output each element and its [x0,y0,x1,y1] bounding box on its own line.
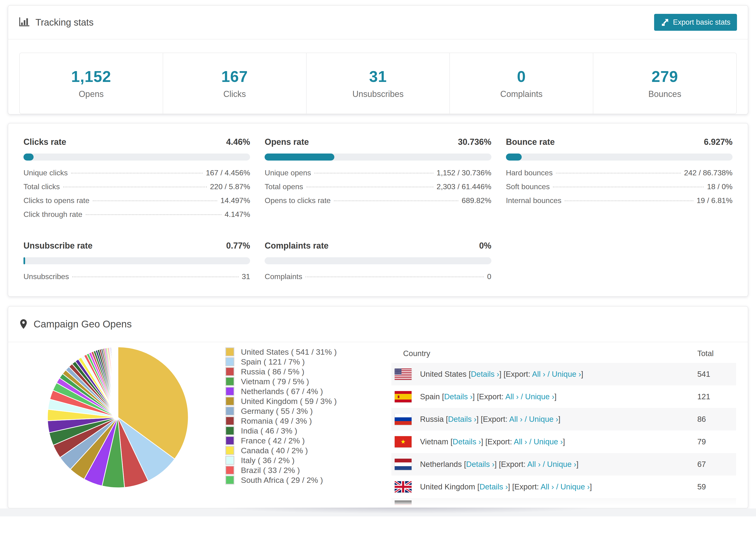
export-unique-link[interactable]: Unique › [529,415,558,423]
rate-row-value: 220 / 5.87% [210,183,250,191]
rate-row-label: Clicks to opens rate [24,196,89,205]
legend-item: Italy ( 36 / 2% ) [225,456,370,465]
export-all-link[interactable]: All › [541,482,554,491]
country-row: Russia [Details ›] [Export: All › / Uniq… [391,408,736,430]
legend-label: United Kingdom ( 59 / 3% ) [241,397,337,406]
country-total: 79 [697,437,736,446]
export-unique-link[interactable]: Unique › [534,437,563,446]
rate-block: Bounce rate 6.927% Hard bounces 242 / 86… [506,137,732,224]
details-link[interactable]: Details › [466,460,495,468]
punctuation: [Export: [485,437,512,446]
legend-swatch [225,416,234,425]
rate-row-value: 31 [242,272,250,281]
dotted-leader [71,173,203,174]
rates-card: Clicks rate 4.46% Unique clicks 167 / 4.… [8,123,748,297]
export-all-link[interactable]: All › [527,460,541,468]
export-all-link[interactable]: All › [532,370,545,378]
export-all-link[interactable]: All › [509,415,523,423]
legend-label: Germany ( 55 / 3% ) [241,406,313,416]
legend-item: Netherlands ( 67 / 4% ) [225,386,370,396]
rate-row-value: 242 / 86.738% [684,169,732,177]
rate-block: Unsubscribe rate 0.77% Unsubscribes 31 [24,241,250,286]
export-unique-link[interactable]: Unique › [547,460,576,468]
details-link[interactable]: Details › [444,392,473,401]
country-total: 59 [697,482,736,491]
geo-table-header: Country Total [391,344,736,363]
progress-bar-fill [506,153,522,161]
details-link[interactable]: Details › [479,482,508,491]
country-total: 121 [697,392,736,401]
rate-row: Hard bounces 242 / 86.738% [506,169,732,183]
legend-item: Vietnam ( 79 / 5% ) [225,377,370,386]
dotted-leader [72,277,239,277]
export-basic-stats-button[interactable]: Export basic stats [654,14,737,31]
country-name: United States [420,370,466,378]
summary-stat: 0 Complaints [450,53,593,114]
punctuation: ] [499,370,502,378]
rate-row-value: 18 / 0% [707,183,732,191]
country-flag-icon [395,436,411,447]
legend-item: Brazil ( 33 / 2% ) [225,465,370,475]
punctuation: ] [558,415,561,423]
export-all-link[interactable]: All › [514,437,527,446]
rate-block: Opens rate 30.736% Unique opens 1,152 / … [265,137,491,224]
rate-value: 0% [479,241,491,251]
country-cell: United Kingdom [Details ›] [Export: All … [411,482,697,491]
export-button-label: Export basic stats [673,18,730,27]
rate-title: Opens rate [265,137,309,147]
legend-label: Russia ( 86 / 5% ) [241,367,304,376]
dotted-leader [565,200,693,201]
country-row: United States [Details ›] [Export: All ›… [391,363,736,385]
legend-item: United Kingdom ( 59 / 3% ) [225,396,370,406]
stat-label: Complaints [500,89,543,99]
rate-title: Clicks rate [24,137,66,147]
rate-row: Internal bounces 19 / 6.81% [506,196,732,210]
dotted-leader [86,214,221,215]
legend-swatch [225,426,234,435]
tracking-stats-title-text: Tracking stats [35,17,93,28]
rate-block: Complaints rate 0% Complaints 0 [265,241,491,286]
punctuation: ] [476,415,478,423]
rate-row: Soft bounces 18 / 0% [506,183,732,196]
export-slash: / [543,460,545,468]
details-link[interactable]: Details › [453,437,481,446]
page-bottom-strip [0,509,756,516]
rate-title: Complaints rate [265,241,328,251]
legend-label: Vietnam ( 79 / 5% ) [241,377,309,386]
country-total: 86 [697,415,736,424]
dotted-leader [305,277,484,277]
export-slash: / [556,482,558,491]
legend-swatch [225,397,234,405]
export-all-link[interactable]: All › [505,392,519,401]
legend-swatch [225,466,234,475]
details-link[interactable]: Details › [471,370,499,378]
country-cell: United States [Details ›] [Export: All ›… [411,370,697,379]
rate-row: Unique opens 1,152 / 30.736% [265,169,491,183]
rate-row: Total clicks 220 / 5.87% [24,183,250,196]
progress-bar-fill [265,153,334,161]
export-slash: / [529,437,531,446]
stat-value: 167 [221,68,248,85]
dashboard-page: Tracking stats Export basic stats 1,152 … [0,0,756,509]
dotted-leader [314,173,433,174]
rate-row-value: 167 / 4.456% [206,169,250,177]
summary-stat: 1,152 Opens [20,53,163,114]
punctuation: ] [473,392,475,401]
rate-row-value: 4.147% [225,210,250,219]
stat-value: 1,152 [71,68,111,85]
rate-row: Complaints 0 [265,272,491,286]
stat-label: Opens [79,89,104,99]
details-link[interactable]: Details › [448,415,476,423]
legend-label: South Africa ( 29 / 2% ) [241,476,323,485]
legend-label: United States ( 541 / 31% ) [241,348,337,356]
country-column-header: Country [395,349,697,358]
rate-title: Unsubscribe rate [24,241,92,251]
legend-item: United States ( 541 / 31% ) [225,347,370,357]
punctuation: [ [446,415,448,423]
export-unique-link[interactable]: Unique › [525,392,555,401]
geo-table-rows: United States [Details ›] [Export: All ›… [391,363,736,509]
country-name: Netherlands [420,460,462,468]
export-unique-link[interactable]: Unique › [552,370,581,378]
export-unique-link[interactable]: Unique › [561,482,590,491]
rate-row-value: 689.82% [461,196,491,205]
